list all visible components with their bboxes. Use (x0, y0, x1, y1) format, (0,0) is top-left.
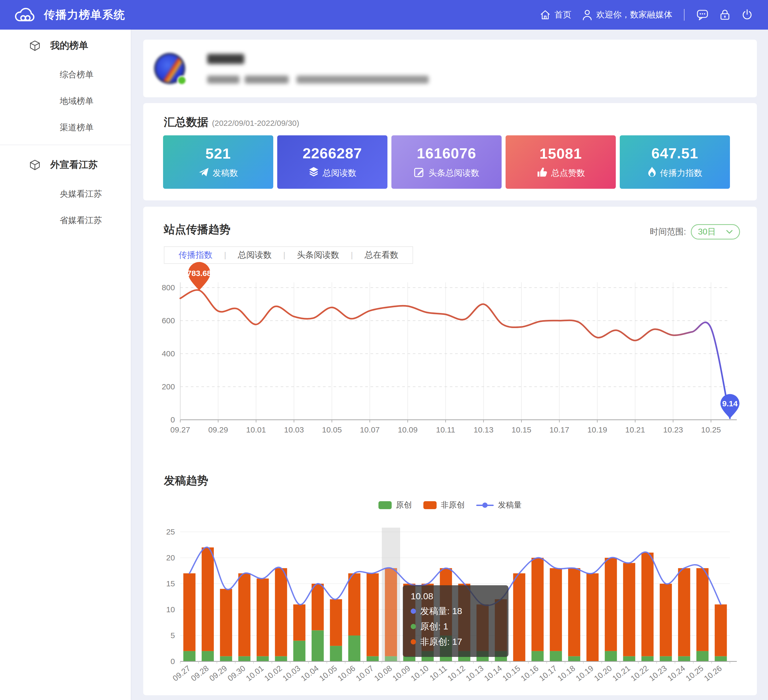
svg-text:10.11: 10.11 (428, 664, 448, 682)
svg-text:5: 5 (170, 631, 175, 640)
svg-text:10.07: 10.07 (360, 425, 380, 434)
legend-item[interactable]: 非原创 (423, 500, 465, 511)
series-dot-icon (411, 639, 416, 644)
stat-card: 647.51 传播力指数 (620, 135, 730, 189)
svg-text:10.03: 10.03 (284, 425, 304, 434)
cube-icon (29, 40, 41, 51)
legend-swatch-line (476, 501, 494, 509)
legend-label: 原创 (396, 500, 412, 511)
lock-icon (719, 8, 731, 21)
paper-plane-icon (198, 167, 209, 179)
svg-text:10.13: 10.13 (464, 664, 485, 683)
page: 传播力榜单系统 首页 欢迎你，数家融媒体 (0, 0, 768, 700)
legend-item[interactable]: 发稿量 (476, 500, 522, 511)
app-title: 传播力榜单系统 (44, 7, 125, 22)
sidebar-item[interactable]: 地域榜单 (0, 88, 131, 114)
stat-value: 1616076 (417, 144, 476, 162)
legend-label: 发稿量 (498, 500, 522, 511)
sidebar-item[interactable]: 渠道榜单 (0, 114, 131, 141)
summary-card: 汇总数据(2022/09/01-2022/09/30) 521 发稿数 2266… (143, 103, 757, 200)
svg-text:25: 25 (166, 527, 175, 536)
logout-button[interactable] (741, 8, 753, 21)
sidebar-item[interactable]: 央媒看江苏 (0, 181, 131, 207)
message-button[interactable] (696, 8, 709, 21)
tooltip-title: 10.08 (411, 591, 501, 601)
svg-text:10.19: 10.19 (574, 664, 595, 683)
svg-text:9.14: 9.14 (722, 399, 738, 408)
profile-card (143, 40, 757, 97)
sidebar-group[interactable]: 我的榜单 (0, 30, 131, 62)
verified-badge-icon (177, 75, 187, 85)
layers-icon (309, 167, 319, 180)
svg-text:783.68: 783.68 (187, 269, 211, 277)
svg-text:10.09: 10.09 (398, 425, 418, 434)
summary-date-range: (2022/09/01-2022/09/30) (212, 119, 299, 127)
thumb-up-icon (536, 167, 547, 179)
series-dot-icon (411, 624, 416, 629)
svg-text:10.10: 10.10 (409, 664, 430, 683)
user-icon (581, 9, 593, 21)
stat-label: 总点赞数 (551, 167, 585, 179)
svg-text:10.22: 10.22 (629, 664, 650, 683)
svg-text:10.13: 10.13 (474, 425, 493, 434)
stat-card: 1616076 头条总阅读数 (391, 135, 502, 189)
tooltip-row-text: 发稿量: 18 (420, 605, 462, 617)
time-range-value: 30日 (698, 226, 716, 238)
metric-tab[interactable]: 总阅读数 (226, 249, 283, 261)
stat-card: 2266287 总阅读数 (277, 135, 387, 189)
metric-tab[interactable]: 头条阅读数 (285, 249, 351, 261)
legend-swatch-rect (423, 501, 437, 509)
sidebar-group-label: 外宣看江苏 (50, 159, 98, 171)
redacted-description (296, 75, 429, 83)
svg-text:10.01: 10.01 (246, 425, 266, 434)
svg-text:10.03: 10.03 (281, 664, 302, 683)
metric-tab[interactable]: 总在看数 (353, 249, 410, 261)
stat-value: 521 (205, 145, 231, 162)
svg-text:600: 600 (162, 316, 175, 325)
site-trend-chart[interactable]: 020040060080009.2709.2910.0110.0310.0510… (154, 261, 746, 446)
svg-text:10: 10 (166, 605, 175, 614)
svg-text:10.21: 10.21 (611, 664, 632, 683)
legend-item[interactable]: 原创 (378, 500, 412, 511)
chat-icon (696, 8, 709, 21)
svg-text:15: 15 (166, 579, 175, 588)
nav-home-label: 首页 (554, 9, 571, 21)
legend-swatch-rect (378, 501, 392, 509)
svg-text:10.23: 10.23 (663, 425, 683, 434)
svg-text:10.06: 10.06 (336, 664, 357, 683)
tab-divider: | (224, 251, 226, 259)
sidebar-item[interactable]: 综合榜单 (0, 62, 131, 88)
svg-text:10.12: 10.12 (446, 664, 467, 683)
svg-text:10.18: 10.18 (556, 664, 577, 683)
sidebar-group[interactable]: 外宣看江苏 (0, 149, 131, 181)
svg-text:10.26: 10.26 (702, 664, 723, 683)
time-range-select[interactable]: 30日 (691, 224, 740, 240)
app-logo: 传播力榜单系统 (14, 6, 125, 23)
svg-text:0: 0 (170, 415, 175, 424)
svg-text:09.27: 09.27 (170, 425, 190, 434)
svg-text:10.14: 10.14 (483, 664, 504, 683)
metric-tab[interactable]: 传播指数 (167, 249, 224, 261)
lock-button[interactable] (719, 8, 731, 21)
edit-square-icon (414, 167, 425, 180)
user-welcome[interactable]: 欢迎你，数家融媒体 (581, 9, 672, 21)
svg-text:10.15: 10.15 (511, 425, 531, 434)
tooltip-row: 发稿量: 18 (411, 605, 501, 617)
redacted-account-name (207, 54, 244, 64)
svg-text:10.04: 10.04 (299, 664, 320, 683)
svg-text:10.05: 10.05 (322, 425, 342, 434)
svg-text:10.01: 10.01 (244, 664, 265, 683)
svg-text:10.11: 10.11 (436, 425, 455, 434)
svg-text:10.25: 10.25 (701, 425, 721, 434)
nav-home-button[interactable]: 首页 (539, 9, 571, 21)
svg-text:0: 0 (170, 657, 175, 666)
summary-title: 汇总数据(2022/09/01-2022/09/30) (164, 115, 299, 130)
stat-value: 2266287 (302, 144, 362, 162)
welcome-text: 欢迎你，数家融媒体 (596, 9, 672, 21)
svg-text:800: 800 (162, 283, 175, 292)
svg-text:10.21: 10.21 (625, 425, 645, 434)
chart-tooltip: 10.08 发稿量: 18 原创: 1 非原创: 17 (403, 585, 509, 657)
stat-label: 传播力指数 (660, 167, 702, 179)
stat-label: 总阅读数 (323, 167, 357, 179)
sidebar-item[interactable]: 省媒看江苏 (0, 207, 131, 234)
